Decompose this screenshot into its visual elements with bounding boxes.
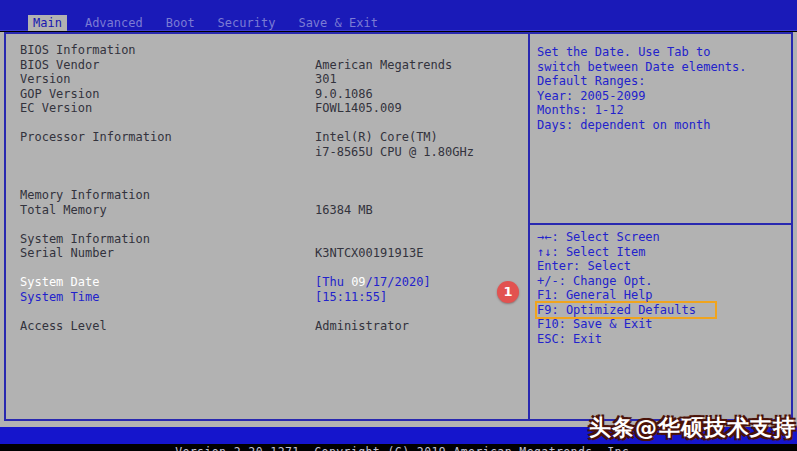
access-level-row: Access Level Administrator: [6, 319, 526, 334]
section-header-system: System Information: [6, 232, 526, 247]
system-time-row[interactable]: System Time [15:11:55]: [6, 290, 526, 305]
gop-version-value: 9.0.1086: [315, 87, 526, 102]
help-line: Year: 2005-2099: [537, 89, 791, 104]
gop-version-row: GOP Version 9.0.1086: [6, 87, 526, 102]
help-line: Months: 1-12: [537, 103, 791, 118]
processor-row: Processor Information Intel(R) Core(TM): [6, 130, 526, 145]
help-line: Default Ranges:: [537, 74, 791, 89]
bios-vendor-value: American Megatrends: [315, 58, 526, 73]
processor-header: Processor Information: [6, 130, 315, 145]
version-row: Version 301: [6, 72, 526, 87]
version-label: Version: [6, 72, 315, 87]
processor-value-line2: i7-8565U CPU @ 1.80GHz: [315, 145, 526, 160]
legend-select-screen: →←: Select Screen: [537, 230, 791, 245]
bios-info-header: BIOS Information: [6, 43, 315, 58]
help-line: Days: dependent on month: [537, 118, 791, 133]
key-legend: →←: Select Screen ↑↓: Select Item Enter:…: [530, 230, 791, 346]
system-date-label[interactable]: System Date: [6, 275, 315, 290]
date-part-month-selected[interactable]: 09: [351, 275, 365, 289]
ec-version-value: FOWL1405.009: [315, 101, 526, 116]
serial-number-value: K3NTCX00191913E: [315, 246, 526, 261]
system-time-value[interactable]: [15:11:55]: [315, 290, 526, 305]
tab-save-exit[interactable]: Save & Exit: [293, 15, 382, 31]
item-help-text: Set the Date. Use Tab to switch between …: [530, 45, 791, 132]
annotation-callout-1: 1: [497, 281, 519, 303]
settings-panel: BIOS Information BIOS Vendor American Me…: [6, 43, 526, 333]
tab-security[interactable]: Security: [213, 15, 281, 31]
processor-row-2: i7-8565U CPU @ 1.80GHz: [6, 145, 526, 160]
title-bar: Aptio Setup Utility – Copyright (C) 2019…: [0, 0, 797, 15]
tab-main[interactable]: Main: [28, 15, 67, 31]
help-line: Set the Date. Use Tab to: [537, 45, 791, 60]
legend-select-item: ↑↓: Select Item: [537, 245, 791, 260]
section-header-bios: BIOS Information: [6, 43, 526, 58]
legend-f9-optimized-defaults: F9: Optimized Defaults: [537, 303, 715, 318]
serial-number-label: Serial Number: [6, 246, 315, 261]
system-time-label[interactable]: System Time: [6, 290, 315, 305]
watermark-text: 头条@华硕技术支持: [589, 413, 796, 443]
access-level-value: Administrator: [315, 319, 526, 334]
total-memory-row: Total Memory 16384 MB: [6, 203, 526, 218]
ec-version-row: EC Version FOWL1405.009: [6, 101, 526, 116]
system-info-header: System Information: [6, 232, 315, 247]
version-value: 301: [315, 72, 526, 87]
menu-bar: MainAdvancedBootSecuritySave & Exit: [0, 15, 797, 31]
access-level-label: Access Level: [6, 319, 315, 334]
version-text: Version 2.20.1271. Copyright (C) 2019 Am…: [175, 445, 636, 451]
legend-change-opt: +/-: Change Opt.: [537, 274, 791, 289]
main-frame: BIOS Information BIOS Vendor American Me…: [4, 32, 793, 421]
help-legend-divider: [530, 223, 791, 225]
legend-f1-help: F1: General Help: [537, 288, 791, 303]
legend-f10-save-exit: F10: Save & Exit: [537, 317, 791, 332]
date-part-rest: /17/2020]: [366, 275, 431, 289]
bios-vendor-row: BIOS Vendor American Megatrends: [6, 58, 526, 73]
date-part-weekday: [Thu: [315, 275, 351, 289]
section-header-memory: Memory Information: [6, 188, 526, 203]
ec-version-label: EC Version: [6, 101, 315, 116]
tab-boot[interactable]: Boot: [161, 15, 200, 31]
total-memory-value: 16384 MB: [315, 203, 526, 218]
bios-vendor-label: BIOS Vendor: [6, 58, 315, 73]
system-date-value[interactable]: [Thu 09/17/2020]: [315, 275, 526, 290]
help-line: switch between Date elements.: [537, 60, 791, 75]
gop-version-label: GOP Version: [6, 87, 315, 102]
serial-number-row: Serial Number K3NTCX00191913E: [6, 246, 526, 261]
total-memory-label: Total Memory: [6, 203, 315, 218]
legend-esc-exit: ESC: Exit: [537, 332, 791, 347]
tab-advanced[interactable]: Advanced: [80, 15, 148, 31]
legend-enter-select: Enter: Select: [537, 259, 791, 274]
help-panel: Set the Date. Use Tab to switch between …: [530, 34, 791, 419]
processor-value-line1: Intel(R) Core(TM): [315, 130, 526, 145]
system-date-row[interactable]: System Date [Thu 09/17/2020]: [6, 275, 526, 290]
memory-info-header: Memory Information: [6, 188, 315, 203]
